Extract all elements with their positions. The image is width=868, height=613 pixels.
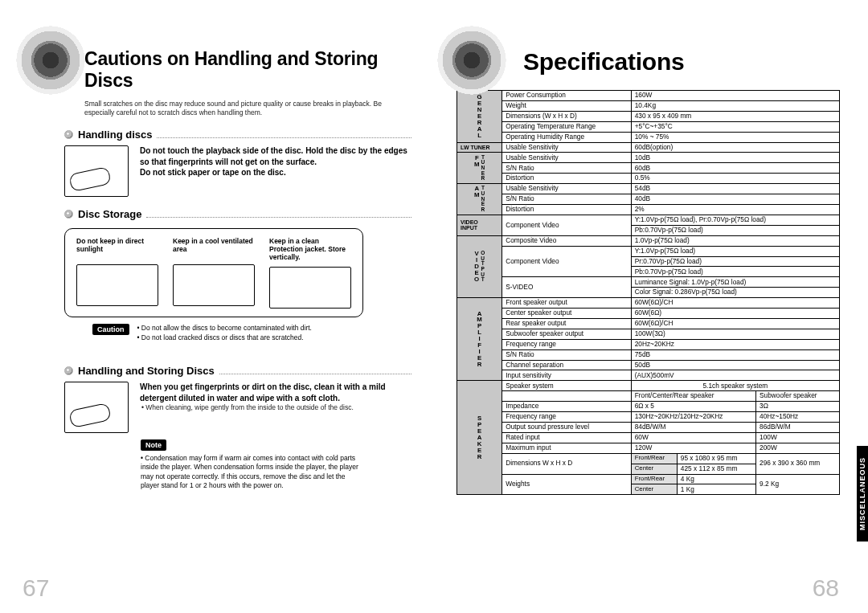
spec-value: 54dB bbox=[631, 184, 839, 194]
spec-label: Front speaker output bbox=[502, 298, 631, 309]
spec-value: 9.2 Kg bbox=[756, 474, 840, 495]
storage-col: Keep in a clean Protection jacket. Store… bbox=[269, 237, 351, 309]
storage-col: Do not keep in direct sunlight bbox=[76, 237, 158, 309]
spec-value: 120W bbox=[631, 443, 755, 453]
spec-label: Usable Sensitivity bbox=[502, 153, 631, 163]
spec-label: Rated input bbox=[502, 432, 631, 443]
spec-value: 130Hz~20KHz/120Hz~20KHz bbox=[631, 412, 755, 423]
spec-subhead: Subwoofer speaker bbox=[756, 391, 840, 402]
speaker-decor-icon bbox=[16, 26, 85, 95]
spec-label: Dimensions W x H x D bbox=[502, 453, 631, 474]
handling-p2: Do not stick paper or tape on the disc. bbox=[140, 167, 411, 178]
spec-value: 10% ~ 75% bbox=[631, 132, 839, 142]
spec-value: 1 Kg bbox=[677, 484, 755, 495]
spec-value: 100W(3Ω) bbox=[631, 329, 839, 339]
note-text: • Condensation may form if warm air come… bbox=[141, 454, 363, 489]
spec-label: Composite Video bbox=[502, 235, 631, 246]
storage-label: Do not keep in direct sunlight bbox=[76, 237, 158, 260]
bullet-icon bbox=[64, 130, 73, 139]
spec-value: Pb:0.70Vp-p(75Ω load) bbox=[631, 267, 839, 277]
spec-value: 160W bbox=[631, 91, 839, 101]
spec-label: Speaker system bbox=[502, 381, 631, 391]
jacket-illustration bbox=[269, 267, 351, 309]
spec-value: 3Ω bbox=[756, 402, 840, 412]
spec-label: Power Consumption bbox=[502, 91, 631, 101]
spec-sub: Front/Rear bbox=[631, 474, 677, 484]
spec-value: 6Ω x 5 bbox=[631, 402, 755, 412]
spec-value: 4 Kg bbox=[677, 474, 755, 484]
handstore-row: When you get fingerprints or dirt on the… bbox=[64, 382, 411, 433]
spec-label: Channel separation bbox=[502, 360, 631, 370]
spec-label: Rear speaker output bbox=[502, 318, 631, 329]
storage-label: Keep in a clean Protection jacket. Store… bbox=[269, 237, 351, 262]
spec-value: 430 x 95 x 409 mm bbox=[631, 111, 839, 121]
spec-value: (AUX)500mV bbox=[631, 370, 839, 381]
handling-row: Do not touch the playback side of the di… bbox=[64, 145, 411, 197]
spec-value: 0.5% bbox=[631, 174, 839, 184]
spec-value: 84dB/W/M bbox=[631, 423, 755, 433]
bullet-icon bbox=[64, 366, 73, 375]
spec-label: Operating Humidity Range bbox=[502, 132, 631, 142]
subhead-label: Disc Storage bbox=[78, 208, 141, 220]
spec-value: 5.1ch speaker system bbox=[631, 381, 839, 391]
spec-label: Frequency range bbox=[502, 339, 631, 349]
spec-value: 40dB bbox=[631, 194, 839, 205]
page-68: Specifications GENERAL Power Consumption… bbox=[434, 0, 868, 613]
spec-sub: Center bbox=[631, 464, 677, 474]
handling-p1: Do not touch the playback side of the di… bbox=[140, 145, 411, 167]
spec-label: Usable Sensitivity bbox=[502, 142, 631, 153]
spec-sub: Front/Rear bbox=[631, 453, 677, 464]
handstore-p1: When you get fingerprints or dirt on the… bbox=[140, 382, 411, 403]
spec-label: S-VIDEO bbox=[502, 277, 631, 298]
spec-label: Usable Sensitivity bbox=[502, 184, 631, 194]
speaker-decor-icon bbox=[437, 26, 506, 95]
bullet-icon bbox=[64, 210, 73, 219]
no-sunlight-illustration bbox=[76, 264, 158, 306]
caution-row: Caution • Do not allow the discs to beco… bbox=[92, 324, 363, 343]
spec-label: Weights bbox=[502, 474, 631, 495]
note-block: Note • Condensation may form if warm air… bbox=[141, 439, 363, 489]
page-title: Specifications bbox=[523, 48, 840, 76]
storage-box: Do not keep in direct sunlight Keep in a… bbox=[64, 228, 363, 317]
subhead-handstore: Handling and Storing Discs bbox=[64, 365, 411, 377]
spec-value: 86dB/W/M bbox=[756, 423, 840, 433]
spec-value: 60W(6Ω)/CH bbox=[631, 298, 839, 309]
spec-value: 60W bbox=[631, 432, 755, 443]
spec-label: Component Video bbox=[502, 215, 631, 235]
spec-label: Component Video bbox=[502, 246, 631, 277]
spec-label: Input sensitivity bbox=[502, 370, 631, 381]
spec-value: Pb:0.70Vp-p(75Ω load) bbox=[631, 225, 839, 235]
spec-label: S/N Ratio bbox=[502, 349, 631, 360]
spec-label: Maximum input bbox=[502, 443, 631, 453]
page-number: 67 bbox=[23, 574, 49, 602]
handling-disc-illustration bbox=[64, 145, 129, 197]
spec-value: 40Hz~150Hz bbox=[756, 412, 840, 423]
spec-value: 60W(6Ω) bbox=[631, 309, 839, 319]
spec-value: 60dB bbox=[631, 163, 839, 174]
spec-value: Pr:0.70Vp-p(75Ω load) bbox=[631, 256, 839, 267]
spec-value: Y:1.0Vp-p(75Ω load), Pr:0.70Vp-p(75Ω loa… bbox=[631, 215, 839, 225]
storage-col: Keep in a cool ventilated area bbox=[173, 237, 255, 309]
page-number: 68 bbox=[813, 574, 839, 602]
cool-area-illustration bbox=[173, 264, 255, 306]
spec-value: +5°C~+35°C bbox=[631, 121, 839, 132]
storage-label: Keep in a cool ventilated area bbox=[173, 237, 255, 260]
spec-label: Dimensions (W x H x D) bbox=[502, 111, 631, 121]
spec-label: Impedance bbox=[502, 402, 631, 412]
page-67: Cautions on Handling and Storing Discs S… bbox=[0, 0, 434, 613]
spec-value: Y:1.0Vp-p(75Ω load) bbox=[631, 246, 839, 256]
spec-label: Distortion bbox=[502, 204, 631, 215]
subhead-label: Handling and Storing Discs bbox=[78, 365, 215, 377]
spec-value: 10.4Kg bbox=[631, 100, 839, 111]
spec-label: Output sound pressure level bbox=[502, 423, 631, 433]
side-tab-miscellaneous: MISCELLANEOUS bbox=[857, 446, 868, 541]
spec-value: 425 x 112 x 85 mm bbox=[677, 464, 755, 474]
spec-value: 60W(6Ω)/CH bbox=[631, 318, 839, 329]
spec-label: Distortion bbox=[502, 174, 631, 184]
spec-table-wrap: GENERAL Power Consumption 160W Weight10.… bbox=[457, 90, 840, 495]
handstore-p2: • When cleaning, wipe gently from the in… bbox=[140, 403, 411, 412]
cleaning-disc-illustration bbox=[64, 382, 129, 433]
subhead-handling: Handling discs bbox=[64, 129, 411, 141]
spec-value: 95 x 1080 x 95 mm bbox=[677, 453, 755, 464]
caution-line: • Do not load cracked discs or discs tha… bbox=[137, 333, 312, 343]
